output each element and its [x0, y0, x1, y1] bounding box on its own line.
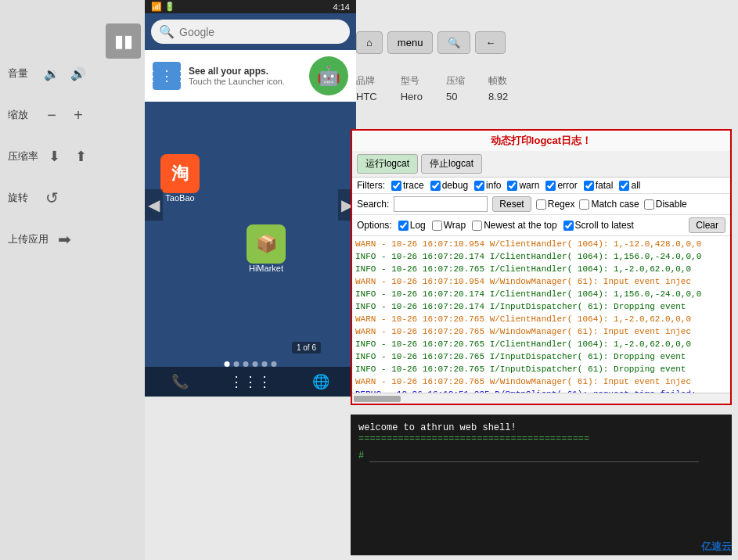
sidebar-compress: 压缩率 ⬇ ⬆ [8, 145, 92, 167]
regex-checkbox[interactable] [536, 199, 546, 210]
phone-apps-btn[interactable]: ⋮⋮⋮ [229, 373, 272, 390]
phone-search-bar[interactable]: 🔍 [151, 20, 350, 44]
warn-checkbox[interactable] [507, 181, 517, 191]
compress-label: 压缩率 [8, 149, 38, 163]
all-checkbox[interactable] [619, 181, 629, 191]
compress-col: 压缩 50 [446, 74, 465, 102]
terminal-prompt-char: # [358, 451, 364, 461]
options-row: Options: Log Wrap Newest at the top Scro… [352, 215, 730, 236]
menu-button[interactable]: menu [387, 31, 434, 54]
scroll-option[interactable]: Scroll to latest [563, 220, 634, 231]
log-content[interactable]: WARN - 10-26 16:07:10.954 W/ClientHandle… [352, 236, 730, 393]
error-label: error [557, 180, 577, 191]
filter-trace[interactable]: trace [391, 180, 424, 191]
sidebar-volume: 音量 🔉 🔊 [8, 63, 89, 84]
log-label: Log [410, 220, 426, 231]
log-line: INFO - 10-26 16:07:20.765 I/ClientHandle… [355, 263, 727, 275]
log-line: INFO - 10-26 16:07:20.174 I/InputDispatc… [355, 300, 727, 313]
logcat-search-input[interactable] [394, 196, 488, 212]
horizontal-scrollbar[interactable] [352, 393, 730, 404]
sidebar-upload: 上传应用 ➡ [8, 228, 75, 250]
terminal-separator: ========================================… [358, 433, 724, 444]
google-search-input[interactable] [179, 26, 342, 38]
filter-debug[interactable]: debug [430, 180, 468, 191]
himarket-app-icon[interactable]: 📦 HiMarket [247, 224, 286, 273]
regex-option[interactable]: Regex [536, 199, 575, 210]
frames-label: 帧数 [488, 74, 508, 88]
volume-down-icon[interactable]: 🔉 [41, 63, 63, 84]
zoom-label: 缩放 [8, 108, 36, 122]
terminal: welcome to athrun web shell! ===========… [351, 415, 732, 555]
disable-option[interactable]: Disable [644, 199, 687, 210]
filter-warn[interactable]: warn [507, 180, 539, 191]
frames-col: 帧数 8.92 [488, 74, 508, 102]
fatal-checkbox[interactable] [584, 181, 594, 191]
notification-title: See all your apps. [189, 66, 285, 77]
error-checkbox[interactable] [545, 181, 556, 191]
compress-down-icon[interactable]: ⬇ [43, 145, 65, 167]
trace-checkbox[interactable] [391, 181, 401, 191]
sidebar-rotate: 旋转 ↺ [8, 187, 63, 209]
log-option[interactable]: Log [398, 220, 426, 231]
info-checkbox[interactable] [474, 181, 484, 191]
reset-button[interactable]: Reset [492, 196, 531, 212]
terminal-input[interactable] [369, 451, 698, 462]
run-logcat-btn[interactable]: 运行logcat [357, 154, 418, 174]
back-button[interactable]: ← [475, 31, 506, 54]
wrap-option[interactable]: Wrap [432, 220, 466, 231]
horizontal-scrollbar-thumb[interactable] [354, 396, 401, 402]
phone-call-btn[interactable]: 📞 [171, 373, 189, 390]
notification-text: See all your apps. Touch the Launcher ic… [189, 66, 285, 86]
newest-checkbox[interactable] [472, 221, 482, 231]
pause-button[interactable]: ▮▮ [106, 23, 141, 59]
dot-5 [262, 361, 268, 367]
disable-checkbox[interactable] [644, 199, 654, 210]
brand-value: HTC [356, 91, 377, 102]
taobao-label: TaoBao [160, 193, 200, 203]
regex-label: Regex [548, 199, 575, 210]
home-button[interactable]: ⌂ [356, 31, 383, 54]
compress-up-icon[interactable]: ⬆ [70, 145, 92, 167]
dot-2 [234, 361, 239, 367]
filter-fatal[interactable]: fatal [584, 180, 614, 191]
sidebar: 音量 🔉 🔊 缩放 − + 压缩率 ⬇ ⬆ 旋转 ↺ 上传应用 ➡ [0, 0, 145, 560]
zoom-out-icon[interactable]: − [41, 104, 63, 126]
upload-icon[interactable]: ➡ [53, 228, 75, 250]
debug-checkbox[interactable] [430, 181, 441, 191]
volume-label: 音量 [8, 66, 36, 81]
clear-button[interactable]: Clear [689, 217, 725, 233]
log-line: WARN - 10-26 16:07:20.765 W/WindowManage… [355, 325, 727, 338]
stop-logcat-btn[interactable]: 停止logcat [421, 154, 482, 174]
zoom-in-icon[interactable]: + [67, 104, 89, 126]
phone-screen: 🔍 ⋮⋮⋮ See all your apps. Touch the Launc… [145, 13, 356, 397]
filter-info[interactable]: info [474, 180, 501, 191]
pager-text: 1 of 6 [292, 342, 321, 354]
sidebar-zoom: 缩放 − + [8, 104, 89, 126]
info-label: info [486, 180, 501, 191]
log-line: INFO - 10-26 16:07:20.765 I/ClientHandle… [355, 338, 727, 350]
terminal-prompt-line[interactable]: # [358, 451, 724, 462]
debug-label: debug [442, 180, 468, 191]
filter-all[interactable]: all [619, 180, 640, 191]
scroll-checkbox[interactable] [563, 221, 574, 231]
matchcase-checkbox[interactable] [579, 199, 589, 210]
newest-option[interactable]: Newest at the top [472, 220, 556, 231]
log-checkbox[interactable] [398, 221, 409, 231]
taobao-app-icon[interactable]: 淘 TaoBao [160, 154, 200, 203]
rotate-icon[interactable]: ↺ [41, 187, 63, 209]
brand-label: 品牌 [356, 74, 377, 88]
matchcase-option[interactable]: Match case [579, 199, 639, 210]
filter-error[interactable]: error [545, 180, 577, 191]
phone-browser-btn[interactable]: 🌐 [312, 373, 329, 390]
search-button[interactable]: 🔍 [437, 31, 470, 54]
wrap-checkbox[interactable] [432, 221, 442, 231]
volume-up-icon[interactable]: 🔊 [67, 63, 89, 84]
filters-row: Filters: trace debug info warn error fat… [352, 178, 730, 194]
all-label: all [631, 180, 640, 191]
nav-left-arrow[interactable]: ◀ [145, 189, 163, 221]
log-line: INFO - 10-26 16:07:20.174 I/ClientHandle… [355, 288, 727, 300]
search-icon: 🔍 [159, 24, 175, 39]
log-line: WARN - 10-26 16:07:10.954 W/ClientHandle… [355, 238, 727, 250]
model-col: 型号 Hero [401, 74, 423, 102]
dot-4 [253, 361, 258, 367]
